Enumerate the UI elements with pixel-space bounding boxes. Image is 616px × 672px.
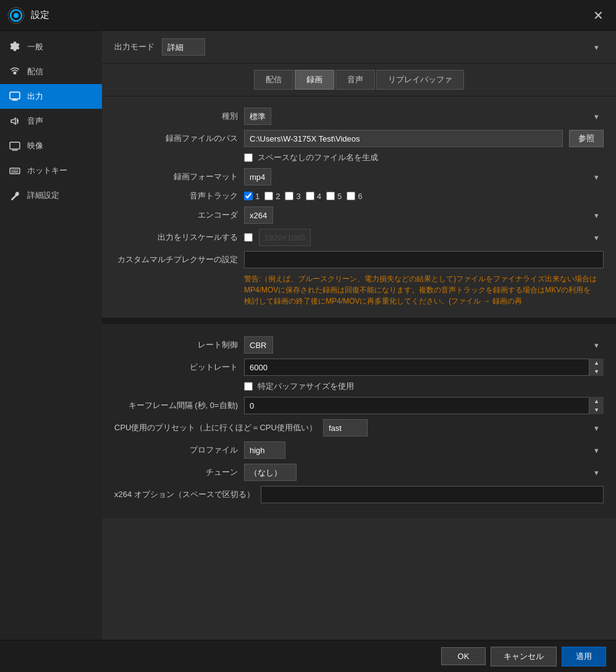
- track-3-label: 3: [296, 192, 300, 201]
- sidebar-item-stream[interactable]: 配信: [0, 59, 102, 84]
- x264-options-label: x264 オプション（スペースで区切る）: [114, 489, 255, 500]
- recording-form: 種別 標準 録画ファイルのパス C:\Users\W-3175X Test\Vi…: [102, 96, 616, 313]
- cpu-preset-select[interactable]: ultrafast superfast veryfast faster fast…: [323, 419, 368, 436]
- bitrate-label: ビットレート: [114, 362, 238, 373]
- format-row: 録画フォーマット mp4 mkv mov: [114, 168, 604, 185]
- tune-row: チューン （なし） film animation grain stillimag…: [114, 464, 604, 481]
- audio-track-row: 音声トラック 1 2 3: [114, 190, 604, 202]
- sidebar-item-label: 配信: [27, 66, 43, 77]
- encoder-label: エンコーダ: [114, 210, 238, 221]
- track-1-checkbox[interactable]: [244, 192, 253, 200]
- bitrate-up-button[interactable]: ▲: [589, 359, 604, 367]
- rescale-select: 1920×1080: [259, 229, 311, 246]
- keyframe-row: キーフレーム間隔 (秒, 0=自動) 0 ▲ ▼: [114, 397, 604, 414]
- keyframe-label: キーフレーム間隔 (秒, 0=自動): [114, 400, 238, 411]
- type-row: 種別 標準: [114, 108, 604, 125]
- broadcast-icon: [9, 66, 21, 78]
- tab-audio[interactable]: 音声: [335, 70, 375, 90]
- monitor-icon: [9, 90, 21, 103]
- tune-label: チューン: [114, 467, 238, 478]
- track-6-label: 6: [358, 192, 362, 201]
- sidebar-item-advanced[interactable]: 詳細設定: [0, 183, 102, 208]
- cpu-preset-select-wrapper: ultrafast superfast veryfast faster fast…: [323, 419, 604, 436]
- settings-window: 設定 ✕ 一般: [0, 0, 616, 672]
- sidebar-item-video[interactable]: 映像: [0, 134, 102, 158]
- type-select-wrapper: 標準: [244, 108, 604, 125]
- format-select[interactable]: mp4 mkv mov: [244, 168, 271, 185]
- display-icon: [9, 140, 21, 152]
- audio-track-label: 音声トラック: [114, 190, 238, 202]
- custom-mux-input[interactable]: [244, 251, 604, 268]
- gear-icon: [9, 41, 21, 53]
- type-label: 種別: [114, 111, 238, 122]
- track-2-checkbox[interactable]: [264, 192, 273, 200]
- encoder-settings-section: レート制御 CBR VBR CQP ビットレート 6000: [102, 324, 616, 518]
- window-title: 設定: [31, 9, 588, 21]
- no-space-checkbox[interactable]: [244, 153, 253, 162]
- tab-replay[interactable]: リプレイバッファ: [376, 70, 464, 90]
- track-5-checkbox[interactable]: [326, 192, 335, 200]
- apply-button[interactable]: 適用: [562, 647, 606, 666]
- custom-mux-row: カスタムマルチプレクサーの設定: [114, 251, 604, 268]
- svg-rect-6: [10, 168, 20, 174]
- bitrate-spinner: 6000 ▲ ▼: [244, 359, 604, 376]
- track-4-checkbox[interactable]: [306, 192, 314, 200]
- type-select[interactable]: 標準: [244, 108, 271, 125]
- bitrate-down-button[interactable]: ▼: [589, 367, 604, 376]
- speaker-icon: [9, 115, 21, 127]
- cpu-preset-label: CPU使用のプリセット（上に行くほど＝CPU使用低い）: [114, 422, 317, 433]
- track-2-label: 2: [276, 192, 280, 201]
- svg-point-3: [14, 72, 17, 75]
- path-input[interactable]: C:\Users\W-3175X Test\Videos: [244, 130, 563, 147]
- sidebar-item-output[interactable]: 出力: [0, 84, 102, 109]
- encoder-select-wrapper: x264: [244, 206, 604, 224]
- app-icon: [7, 7, 25, 24]
- keyframe-input[interactable]: 0: [244, 397, 604, 414]
- titlebar: 設定 ✕: [0, 0, 616, 31]
- sidebar-item-general[interactable]: 一般: [0, 35, 102, 59]
- sidebar-item-label: 音声: [27, 116, 43, 127]
- output-mode-select[interactable]: 詳細 シンプル: [162, 38, 205, 56]
- no-space-label: スペースなしのファイル名を生成: [258, 152, 378, 163]
- path-label: 録画ファイルのパス: [114, 133, 238, 144]
- x264-options-input[interactable]: [261, 486, 604, 503]
- section-separator: [102, 318, 616, 324]
- keyframe-arrows: ▲ ▼: [589, 397, 604, 414]
- use-buffer-row: 特定バッファサイズを使用: [244, 381, 604, 392]
- browse-button[interactable]: 参照: [569, 130, 604, 147]
- custom-mux-label: カスタムマルチプレクサーの設定: [114, 254, 238, 265]
- encoder-select[interactable]: x264: [244, 206, 273, 224]
- bitrate-input[interactable]: 6000: [244, 359, 604, 376]
- ok-button[interactable]: OK: [441, 647, 486, 665]
- profile-row: プロファイル baseline main high: [114, 441, 604, 459]
- sidebar-item-label: 出力: [27, 91, 43, 102]
- encoder-row: エンコーダ x264: [114, 206, 604, 224]
- sidebar-item-audio[interactable]: 音声: [0, 109, 102, 134]
- main-content: 出力モード 詳細 シンプル 配信 録画 音声 リプレイバッファ: [102, 31, 616, 640]
- rescale-row: 出力をリスケールする 1920×1080: [114, 229, 604, 246]
- tune-select[interactable]: （なし） film animation grain stillimage fas…: [244, 464, 297, 481]
- content-area: 一般 配信: [0, 31, 616, 640]
- rate-control-row: レート制御 CBR VBR CQP: [114, 336, 604, 354]
- sidebar-item-hotkeys[interactable]: ホットキー: [0, 158, 102, 183]
- rate-control-select[interactable]: CBR VBR CQP: [244, 336, 273, 354]
- cancel-button[interactable]: キャンセル: [491, 647, 557, 666]
- tabs-bar: 配信 録画 音声 リプレイバッファ: [102, 64, 616, 96]
- rescale-checkbox[interactable]: [244, 233, 253, 242]
- use-buffer-checkbox[interactable]: [244, 382, 253, 391]
- track-4-label: 4: [317, 192, 321, 201]
- keyframe-spinner: 0 ▲ ▼: [244, 397, 604, 414]
- track-3-checkbox[interactable]: [285, 192, 293, 200]
- rate-control-select-wrapper: CBR VBR CQP: [244, 336, 604, 354]
- profile-select[interactable]: baseline main high: [244, 441, 285, 459]
- keyframe-down-button[interactable]: ▼: [589, 406, 604, 414]
- bitrate-row: ビットレート 6000 ▲ ▼: [114, 359, 604, 376]
- track-5-label: 5: [337, 192, 342, 201]
- tab-recording[interactable]: 録画: [295, 70, 334, 90]
- svg-rect-5: [10, 142, 20, 149]
- close-button[interactable]: ✕: [588, 7, 609, 24]
- keyframe-up-button[interactable]: ▲: [589, 397, 604, 406]
- warning-text: 警告:（例えば、ブルースクリーン、電力損失などの結果として)ファイルをファイナラ…: [244, 273, 597, 307]
- track-6-checkbox[interactable]: [347, 192, 355, 200]
- tab-stream[interactable]: 配信: [254, 70, 293, 90]
